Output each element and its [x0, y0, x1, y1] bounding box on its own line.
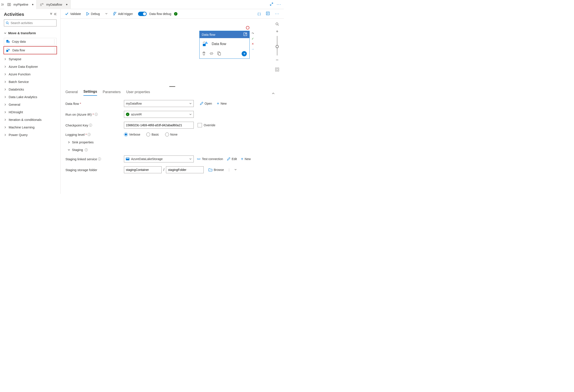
chevron-down-icon [189, 102, 192, 105]
activities-sidebar: Activities Move & transform Copy data Da… [0, 9, 61, 194]
activity-copy-data[interactable]: Copy data [4, 38, 57, 45]
new-service-button[interactable]: + New [241, 157, 251, 162]
edit-icon [200, 102, 203, 105]
chevron-right-icon [4, 118, 6, 121]
category-hdinsight[interactable]: HDInsight [4, 108, 57, 116]
override-checkbox[interactable] [198, 123, 202, 127]
radio-basic[interactable]: Basic [146, 133, 159, 137]
tab-dataflow[interactable]: myDataflow [37, 0, 70, 9]
category-data-lake-analytics[interactable]: Data Lake Analytics [4, 93, 57, 101]
category-azure-function[interactable]: Azure Function [4, 70, 57, 78]
expand-left-button[interactable] [0, 3, 4, 6]
collapse-sidebar-icon[interactable] [54, 13, 57, 16]
browse-dropdown[interactable] [234, 168, 237, 172]
zoom-in-icon[interactable]: + [273, 28, 281, 35]
svg-rect-1 [9, 3, 11, 6]
category-move-transform[interactable]: Move & transform [4, 29, 57, 37]
info-icon[interactable]: i [89, 124, 92, 127]
activity-data-flow[interactable]: Data flow [4, 47, 57, 54]
play-icon [86, 12, 89, 16]
edit-button[interactable]: Edit [227, 157, 237, 162]
dataflow-select[interactable]: myDataflow [124, 100, 194, 107]
pipeline-toolbar: Validate Debug Add trigger Data flow deb… [61, 9, 284, 19]
fail-handle-icon[interactable]: ✕ [251, 42, 254, 45]
category-iteration-conditionals[interactable]: Iteration & conditionals [4, 116, 57, 123]
chevron-right-icon [4, 96, 6, 98]
tab-settings[interactable]: Settings [83, 88, 97, 96]
search-icon [6, 21, 9, 24]
svg-rect-6 [6, 50, 8, 52]
debug-dropdown[interactable] [105, 12, 108, 16]
staging-container-input[interactable] [124, 166, 162, 173]
copy-node-icon[interactable] [217, 52, 221, 56]
toggle-switch[interactable] [138, 12, 147, 16]
tab-label: myDataflow [46, 3, 62, 6]
status-ok-icon: ✓ [174, 12, 178, 16]
svg-rect-14 [276, 69, 278, 70]
radio-verbose[interactable]: Verbose [124, 133, 140, 137]
chevron-right-icon [4, 103, 6, 106]
svg-rect-11 [218, 53, 221, 55]
chevron-down-icon [68, 149, 70, 151]
dataflow-node[interactable]: Data flow Data flow [199, 31, 250, 59]
runon-select[interactable]: ✓azureIR [124, 111, 194, 118]
skip-handle-icon[interactable]: → [251, 47, 254, 51]
zoom-fit-icon[interactable] [273, 66, 281, 73]
panel-tabs: General Settings Parameters User propert… [61, 87, 284, 96]
category-azure-data-explorer[interactable]: Azure Data Explorer [4, 63, 57, 70]
tab-pipeline[interactable]: myPipeline [4, 0, 37, 9]
category-machine-learning[interactable]: Machine Learning [4, 123, 57, 131]
more-icon[interactable]: ··· [277, 2, 281, 7]
sink-properties-toggle[interactable]: Sink properties [68, 140, 279, 144]
code-node-icon[interactable] [209, 52, 213, 56]
test-connection-button[interactable]: Test connection [197, 157, 223, 162]
category-databricks[interactable]: Databricks [4, 86, 57, 93]
info-icon[interactable]: i [98, 157, 101, 160]
status-ok-icon: ✓ [126, 113, 129, 116]
category-general[interactable]: General [4, 101, 57, 108]
trigger-icon [113, 12, 116, 16]
browse-button[interactable]: Browse [208, 168, 224, 172]
expand-all-icon[interactable] [50, 13, 53, 16]
zoom-out-icon[interactable]: − [273, 56, 281, 64]
category-batch-service[interactable]: Batch Service [4, 78, 57, 86]
new-button[interactable]: + New [217, 101, 227, 106]
redo-handle-icon[interactable]: ↷ [251, 32, 254, 35]
zoom-slider[interactable] [277, 36, 277, 56]
checkpoint-input[interactable] [124, 122, 194, 129]
radio-none[interactable]: None [165, 133, 178, 137]
dataflow-debug-toggle[interactable]: Data flow debug ✓ [138, 12, 177, 16]
info-icon[interactable]: i [95, 113, 98, 116]
node-side-handles: ↷ ✓ ✕ → [251, 32, 257, 51]
add-trigger-button[interactable]: Add trigger [113, 12, 133, 16]
run-node-icon[interactable] [242, 51, 247, 56]
category-power-query[interactable]: Power Query [4, 131, 57, 139]
staging-service-select[interactable]: AzureDataLakeStorage [124, 156, 194, 162]
properties-button[interactable] [266, 11, 270, 16]
more-button[interactable]: ··· [275, 11, 280, 16]
debug-button[interactable]: Debug [86, 12, 100, 16]
zoom-search-icon[interactable] [273, 20, 281, 28]
open-button[interactable]: Open [200, 101, 212, 106]
tab-parameters[interactable]: Parameters [103, 88, 121, 96]
search-input[interactable] [4, 20, 57, 26]
info-icon[interactable]: i [87, 133, 91, 136]
open-node-icon[interactable] [243, 32, 247, 37]
staging-toggle[interactable]: Staging i [68, 148, 279, 152]
info-icon[interactable]: i [85, 148, 88, 151]
json-view-button[interactable]: { } [258, 12, 261, 16]
expand-icon[interactable] [270, 2, 273, 6]
panel-collapse-icon[interactable] [272, 92, 279, 96]
success-handle-icon[interactable]: ✓ [251, 37, 254, 40]
drag-handle-icon [53, 39, 56, 44]
tab-general[interactable]: General [65, 88, 78, 96]
tab-user-properties[interactable]: User properties [126, 88, 150, 96]
pipeline-canvas[interactable]: ↷ ✓ ✕ → Data flow Data flow [61, 19, 284, 86]
edit-icon [227, 157, 230, 161]
category-synapse[interactable]: Synapse [4, 55, 57, 63]
validate-button[interactable]: Validate [65, 12, 81, 16]
dataflow-icon [6, 48, 11, 52]
delete-node-icon[interactable] [202, 52, 206, 56]
chevron-right-icon [4, 126, 6, 129]
staging-folder-input[interactable] [166, 166, 204, 173]
